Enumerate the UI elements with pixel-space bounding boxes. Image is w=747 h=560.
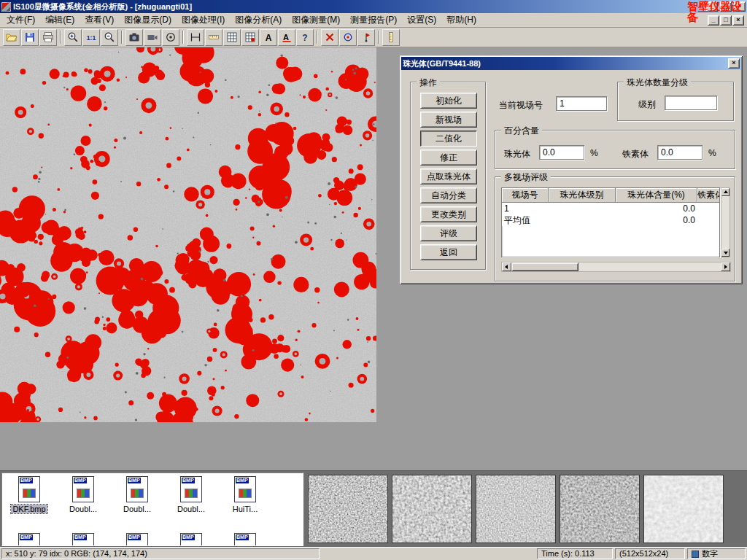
operation-button[interactable]: 初始化 xyxy=(420,93,477,109)
ruler-h-icon[interactable] xyxy=(205,29,222,46)
grade-input[interactable] xyxy=(665,96,717,110)
minimize-button[interactable]: _ xyxy=(706,1,718,12)
menu-item[interactable]: 文件(F) xyxy=(1,12,40,28)
ferrite-input[interactable]: 0.0 xyxy=(657,145,703,160)
menu-item[interactable]: 查看(V) xyxy=(80,12,119,28)
toolbar-separator xyxy=(182,31,184,44)
mdi-close-button[interactable]: × xyxy=(732,15,744,26)
mdi-minimize-button[interactable]: _ xyxy=(708,15,719,26)
target-icon[interactable] xyxy=(339,29,357,46)
multifield-group-label: 多视场评级 xyxy=(501,171,551,184)
bmp-art xyxy=(239,545,252,546)
actual-size-icon[interactable]: 1:1 xyxy=(82,29,100,46)
pearlite-label: 珠光体 xyxy=(504,148,530,160)
file-item[interactable]: BMP xyxy=(110,530,164,546)
table-horizontal-scrollbar[interactable] xyxy=(501,262,731,272)
save-icon[interactable] xyxy=(21,29,39,46)
menu-item[interactable]: 图像处理(I) xyxy=(177,12,230,28)
pin-icon[interactable] xyxy=(357,29,375,46)
font-icon[interactable]: A xyxy=(260,29,277,46)
operation-button[interactable]: 点取珠光体 xyxy=(420,168,477,184)
font-edit-icon[interactable]: A xyxy=(278,29,295,46)
capture-icon[interactable] xyxy=(125,29,143,46)
cut-icon[interactable] xyxy=(321,29,338,46)
file-item[interactable]: BMPDoubl... xyxy=(110,473,164,530)
operation-button[interactable]: 新视场 xyxy=(420,112,477,128)
menu-item[interactable]: 图像测量(M) xyxy=(287,12,345,28)
scroll-down-icon[interactable] xyxy=(721,249,729,257)
bmp-art xyxy=(23,489,36,498)
thumbnail[interactable] xyxy=(643,475,724,543)
dialog-close-button[interactable]: × xyxy=(728,58,740,69)
table-row[interactable]: 10.0 xyxy=(502,203,720,214)
thumbnail[interactable] xyxy=(392,475,472,543)
bmp-flag: BMP xyxy=(128,534,141,540)
camera-icon[interactable] xyxy=(144,29,161,46)
menu-item[interactable]: 测量报告(P) xyxy=(345,12,402,28)
file-item[interactable]: BMPDKF.bmp xyxy=(2,473,56,530)
microscopy-image[interactable] xyxy=(0,47,376,422)
bmp-flag: BMP xyxy=(20,478,33,483)
toolbar-separator xyxy=(317,31,318,44)
mdi-controls: _ □ × xyxy=(708,15,747,26)
grid-pin-icon[interactable] xyxy=(241,29,259,46)
input-mode-status: 数字 xyxy=(687,548,746,559)
menu-item[interactable]: 编辑(E) xyxy=(40,12,80,28)
file-item[interactable]: BMPHuiTi... xyxy=(218,473,272,530)
help-icon[interactable]: ? xyxy=(296,29,314,46)
scrollbar-thumb[interactable] xyxy=(511,262,578,271)
thumbnail[interactable] xyxy=(560,475,640,543)
open-icon[interactable] xyxy=(3,29,20,46)
operation-button[interactable]: 更改类别 xyxy=(420,206,477,222)
file-item[interactable]: BMP xyxy=(164,530,218,546)
file-item[interactable]: BMPDoubl... xyxy=(164,473,218,530)
menu-item[interactable]: 帮助(H) xyxy=(441,12,481,28)
scroll-left-icon[interactable] xyxy=(502,262,511,271)
close-button[interactable]: × xyxy=(734,1,746,12)
mdi-restore-button[interactable]: □ xyxy=(720,15,732,26)
operation-button[interactable]: 二值化 xyxy=(420,131,477,147)
menu-item[interactable]: 图像分析(A) xyxy=(230,12,287,28)
operation-button[interactable]: 返回 xyxy=(420,244,477,260)
file-item[interactable]: BMP xyxy=(218,530,272,546)
cursor-position-status: x: 510 y: 79 idx: 0 RGB: (174, 174, 174) xyxy=(1,548,320,559)
menu-item[interactable]: 设置(S) xyxy=(402,12,441,28)
menu-bar: 文件(F)编辑(E)查看(V)图像显示(D)图像处理(I)图像分析(A)图像测量… xyxy=(0,13,747,28)
time-status: Time (s): 0.113 xyxy=(537,548,613,559)
ruler-v-icon[interactable] xyxy=(382,29,400,46)
bmp-file-icon: BMP xyxy=(180,533,202,546)
bmp-art xyxy=(23,545,36,546)
maximize-button[interactable]: □ xyxy=(720,1,732,12)
file-item[interactable]: BMPDoubl... xyxy=(56,473,110,530)
pearlite-input[interactable]: 0.0 xyxy=(539,145,584,160)
menu-item[interactable]: 图像显示(D) xyxy=(119,12,177,28)
file-list: BMPDKF.bmpBMPDoubl...BMPDoubl...BMPDoubl… xyxy=(2,473,303,546)
scroll-right-icon[interactable] xyxy=(721,262,730,271)
toolbar-separator xyxy=(121,31,123,44)
toolbar-separator xyxy=(378,31,379,44)
dialog-title-bar[interactable]: 珠光体(GB/T9441-88) × xyxy=(401,57,741,70)
zoom-in-icon[interactable] xyxy=(64,29,82,46)
table-row[interactable]: 平均值0.0 xyxy=(502,214,720,226)
operation-button[interactable]: 修正 xyxy=(420,149,477,166)
thumbnail[interactable] xyxy=(308,475,388,543)
table-cell: 0.0 xyxy=(616,203,697,214)
scroll-up-icon[interactable] xyxy=(721,188,729,196)
caliper-icon[interactable] xyxy=(187,29,204,46)
print-icon[interactable] xyxy=(39,29,57,46)
current-field-input[interactable]: 1 xyxy=(556,96,607,111)
grid-icon[interactable] xyxy=(223,29,241,46)
zoom-out-icon[interactable] xyxy=(101,29,118,46)
bmp-art xyxy=(185,489,198,498)
ferrite-label: 铁素体 xyxy=(622,148,649,160)
app-icon xyxy=(1,2,11,12)
file-item[interactable]: BMP xyxy=(56,530,110,546)
file-name: Doubl... xyxy=(122,505,152,513)
pearlite-unit-label: % xyxy=(590,148,598,158)
file-item[interactable]: BMP xyxy=(2,530,56,546)
operation-button[interactable]: 自动分类 xyxy=(420,187,477,203)
aperture-icon[interactable] xyxy=(162,29,179,46)
table-vertical-scrollbar[interactable] xyxy=(721,187,730,257)
thumbnail[interactable] xyxy=(476,475,556,543)
operation-button[interactable]: 评级 xyxy=(420,225,477,241)
